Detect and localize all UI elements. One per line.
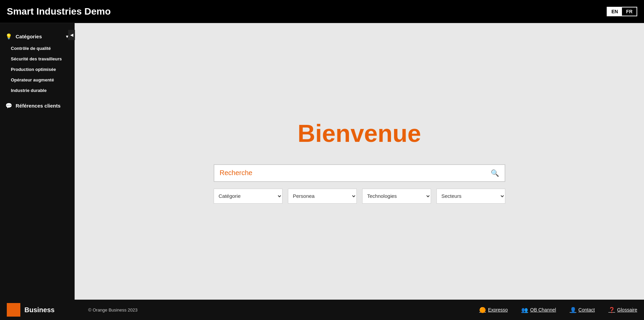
sidebar-item-controle[interactable]: Contrôle de qualité xyxy=(5,43,75,54)
footer-link-expresso[interactable]: 🟠 Expresso xyxy=(479,307,508,313)
content-area: Bienvenue 🔍 Catégorie Personea Technolog… xyxy=(75,23,644,300)
filter-row: Catégorie Personea Technologies Secteurs xyxy=(214,189,505,204)
glossaire-label: Glossaire xyxy=(617,307,637,313)
obchannel-label: OB Channel xyxy=(530,307,556,313)
obchannel-icon: 👥 xyxy=(521,307,528,313)
sidebar: ◀ 💡 Catégories ▼ Contrôle de qualité Séc… xyxy=(0,23,75,300)
filter-technologies[interactable]: Technologies xyxy=(362,189,431,204)
footer-link-contact[interactable]: 👤 Contact xyxy=(570,307,595,313)
main-layout: ◀ 💡 Catégories ▼ Contrôle de qualité Séc… xyxy=(0,23,644,300)
lang-fr-button[interactable]: FR xyxy=(622,7,637,16)
contact-icon: 👤 xyxy=(570,307,577,313)
expresso-label: Expresso xyxy=(488,307,508,313)
sidebar-subitems: Contrôle de qualité Sécurité des travail… xyxy=(0,43,75,96)
contact-label: Contact xyxy=(579,307,595,313)
sidebar-nav: 💡 Catégories ▼ Contrôle de qualité Sécur… xyxy=(0,23,75,300)
search-container: 🔍 Catégorie Personea Technologies Secteu… xyxy=(214,164,505,204)
footer: Business © Orange Business 2023 🟠 Expres… xyxy=(0,300,644,320)
search-bar: 🔍 xyxy=(214,164,505,182)
app-title: Smart Industries Demo xyxy=(7,6,111,17)
filter-secteurs[interactable]: Secteurs xyxy=(436,189,505,204)
filter-categorie[interactable]: Catégorie xyxy=(214,189,282,204)
sidebar-item-operateur[interactable]: Opérateur augmenté xyxy=(5,75,75,85)
expresso-icon: 🟠 xyxy=(479,307,486,313)
footer-copyright: © Orange Business 2023 xyxy=(88,307,137,313)
footer-links: 🟠 Expresso 👥 OB Channel 👤 Contact ❓ Glos… xyxy=(479,307,637,313)
glossaire-icon: ❓ xyxy=(608,307,615,313)
sidebar-categories-header[interactable]: 💡 Catégories ▼ xyxy=(0,30,75,43)
footer-link-glossaire[interactable]: ❓ Glossaire xyxy=(608,307,637,313)
sidebar-references-label: Références clients xyxy=(16,103,61,109)
categories-icon: 💡 xyxy=(5,33,12,40)
footer-brand-text: Business xyxy=(24,306,55,314)
sidebar-item-production[interactable]: Production optimisée xyxy=(5,64,75,75)
references-icon: 💬 xyxy=(5,102,12,109)
sidebar-collapse-button[interactable]: ◀ xyxy=(68,30,75,40)
welcome-title: Bienvenue xyxy=(297,119,421,147)
content-main: Bienvenue 🔍 Catégorie Personea Technolog… xyxy=(75,23,644,300)
footer-link-obchannel[interactable]: 👥 OB Channel xyxy=(521,307,556,313)
search-input[interactable] xyxy=(220,169,491,177)
sidebar-categories-label: Catégories xyxy=(16,34,42,39)
sidebar-references[interactable]: 💬 Références clients xyxy=(0,99,75,112)
sidebar-categories-section: 💡 Catégories ▼ Contrôle de qualité Sécur… xyxy=(0,30,75,96)
sidebar-item-industrie[interactable]: Industrie durable xyxy=(5,85,75,96)
filter-personea[interactable]: Personea xyxy=(288,189,357,204)
search-icon[interactable]: 🔍 xyxy=(491,169,499,177)
orange-logo xyxy=(7,303,20,317)
sidebar-categories-header-left: 💡 Catégories xyxy=(5,33,42,40)
top-header: Smart Industries Demo EN FR xyxy=(0,0,644,23)
lang-switcher: EN FR xyxy=(607,7,637,16)
footer-brand: Business xyxy=(7,303,81,317)
sidebar-item-securite[interactable]: Sécurité des travailleurs xyxy=(5,54,75,64)
lang-en-button[interactable]: EN xyxy=(607,7,622,16)
